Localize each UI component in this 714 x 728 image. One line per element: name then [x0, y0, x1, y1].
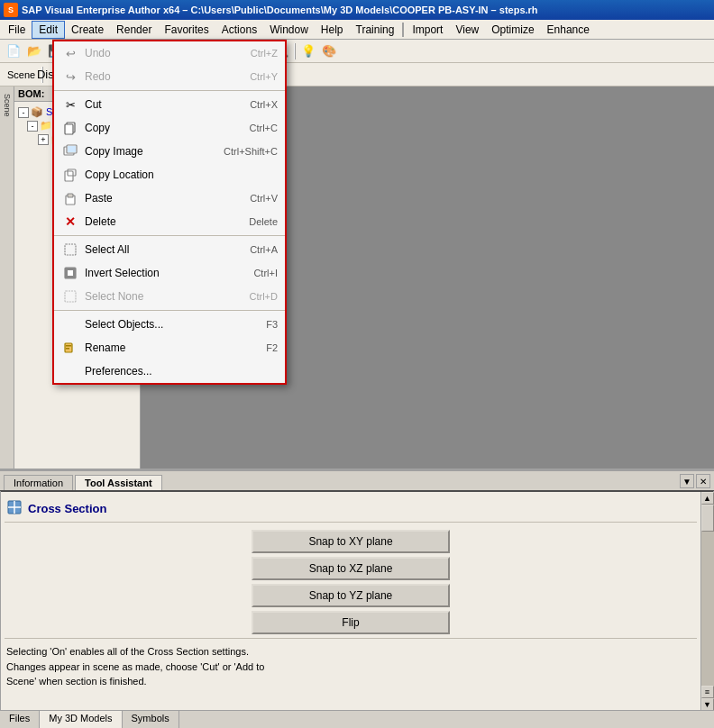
tab-information[interactable]: Information — [4, 475, 73, 490]
snap-xy-btn[interactable]: Snap to XY plane — [252, 530, 450, 553]
scroll-thumb[interactable] — [701, 505, 714, 532]
invert-selection-icon — [61, 264, 79, 282]
scroll-track[interactable] — [701, 505, 714, 686]
material-btn[interactable]: 🎨 — [319, 41, 339, 61]
cut-label: Cut — [85, 98, 243, 111]
menu-favorites[interactable]: Favorites — [158, 22, 215, 38]
select-all-label: Select All — [85, 243, 243, 256]
menu-item-copy-location[interactable]: Copy Location — [54, 163, 285, 187]
bottom-tabs: Information Tool Assistant ▼ ✕ — [0, 470, 714, 490]
menu-item-paste[interactable]: Paste Ctrl+V — [54, 187, 285, 210]
menu-create[interactable]: Create — [65, 22, 110, 38]
select-all-shortcut: Ctrl+A — [250, 244, 278, 255]
open-btn[interactable]: 📂 — [24, 41, 44, 61]
select-objects-label: Select Objects... — [85, 318, 259, 331]
delete-label: Delete — [85, 215, 242, 228]
cut-shortcut: Ctrl+X — [250, 99, 278, 110]
delete-shortcut: Delete — [249, 216, 278, 227]
bottom-content: Cross Section Snap to XY plane Snap to X… — [0, 490, 714, 712]
select-none-icon — [61, 287, 79, 305]
menu-item-cut[interactable]: ✂ Cut Ctrl+X — [54, 93, 285, 116]
title-separator: – — [179, 5, 190, 15]
delete-icon: ✕ — [61, 213, 79, 231]
cross-section-label: Cross Section — [28, 502, 106, 515]
scroll-mid-btn[interactable]: ≡ — [701, 686, 714, 698]
svg-rect-8 — [68, 194, 73, 197]
menu-item-select-none[interactable]: Select None Ctrl+D — [54, 285, 285, 308]
menu-item-delete[interactable]: ✕ Delete Delete — [54, 210, 285, 233]
menu-bar: File Edit Create Render Favorites Action… — [0, 20, 714, 40]
menu-item-invert-selection[interactable]: Invert Selection Ctrl+I — [54, 261, 285, 285]
menu-item-copy-image[interactable]: Copy Image Ctrl+Shift+C — [54, 140, 285, 163]
new-btn[interactable]: 📄 — [4, 41, 23, 61]
bottom-panel: Information Tool Assistant ▼ ✕ Cross Sec… — [0, 469, 714, 710]
title-text: SAP Visual Enterprise Author x64 — [22, 5, 179, 15]
svg-rect-1 — [65, 124, 73, 134]
menu-help[interactable]: Help — [315, 22, 350, 38]
select-objects-icon — [61, 315, 79, 333]
bottom-tab-files[interactable]: Files — [0, 711, 40, 728]
menu-item-undo[interactable]: ↩ Undo Ctrl+Z — [54, 41, 285, 65]
menu-edit[interactable]: Edit — [32, 21, 65, 39]
scrollbar: ▲ ≡ ▼ — [700, 492, 713, 711]
svg-rect-15 — [66, 348, 69, 350]
undo-label: Undo — [85, 47, 243, 59]
tree-expand-2[interactable]: - — [27, 121, 38, 132]
menu-item-redo[interactable]: ↪ Redo Ctrl+Y — [54, 65, 285, 88]
menu-training[interactable]: Training — [350, 22, 401, 38]
cross-section-icon — [6, 499, 23, 518]
tree-expand-1[interactable]: - — [18, 107, 29, 118]
bottom-tab-symbols[interactable]: Symbols — [123, 711, 179, 728]
menu-render[interactable]: Render — [110, 22, 158, 38]
menu-item-select-objects[interactable]: Select Objects... F3 — [54, 313, 285, 336]
select-objects-shortcut: F3 — [266, 319, 278, 330]
tool-assistant-panel: Cross Section Snap to XY plane Snap to X… — [1, 492, 700, 711]
paste-shortcut: Ctrl+V — [250, 193, 278, 204]
invert-selection-shortcut: Ctrl+I — [253, 268, 278, 278]
scene-vertical-label: Scene — [1, 90, 14, 121]
menu-file[interactable]: File — [2, 22, 32, 38]
copy-location-icon — [61, 166, 79, 184]
flip-btn[interactable]: Flip — [252, 611, 450, 634]
menu-item-preferences[interactable]: Preferences... — [54, 359, 285, 383]
app-icon: S — [4, 3, 18, 17]
svg-rect-4 — [68, 146, 76, 152]
light-btn[interactable]: 💡 — [298, 41, 318, 61]
snap-yz-btn[interactable]: Snap to YZ plane — [252, 584, 450, 607]
menu-window[interactable]: Window — [263, 22, 315, 38]
tab-tool-assistant[interactable]: Tool Assistant — [75, 475, 162, 490]
select-none-label: Select None — [85, 290, 243, 303]
bottom-status-text: Selecting 'On' enables all of the Cross … — [5, 638, 697, 695]
tab-close[interactable]: ✕ — [696, 474, 710, 488]
paste-icon — [61, 189, 79, 207]
snap-xz-btn[interactable]: Snap to XZ plane — [252, 557, 450, 580]
scroll-up-btn[interactable]: ▲ — [701, 492, 714, 505]
scene-label: Scene — [4, 69, 39, 80]
sep-3 — [54, 310, 285, 311]
menu-enhance[interactable]: Enhance — [541, 22, 596, 38]
svg-rect-12 — [65, 291, 76, 302]
redo-icon: ↪ — [61, 68, 79, 86]
menu-item-copy[interactable]: Copy Ctrl+C — [54, 116, 285, 140]
title-bar: S SAP Visual Enterprise Author x64 – C:\… — [0, 0, 714, 20]
svg-rect-14 — [66, 345, 71, 347]
sep-1 — [54, 90, 285, 91]
bottom-tab-my-3d-models[interactable]: My 3D Models — [40, 711, 122, 728]
copy-image-icon — [61, 142, 79, 160]
redo-label: Redo — [85, 70, 243, 83]
copy-image-shortcut: Ctrl+Shift+C — [224, 146, 278, 157]
scroll-down-btn[interactable]: ▼ — [701, 698, 714, 711]
menu-import[interactable]: Import — [406, 22, 449, 38]
tool-assistant-header: Cross Section — [5, 496, 697, 523]
menu-actions[interactable]: Actions — [215, 22, 263, 38]
menu-view[interactable]: View — [449, 22, 485, 38]
menu-optimize[interactable]: Optimize — [485, 22, 540, 38]
tab-scroll-left[interactable]: ▼ — [680, 474, 694, 488]
tree-expand-3[interactable]: + — [38, 134, 49, 145]
select-none-shortcut: Ctrl+D — [250, 291, 278, 302]
copy-location-label: Copy Location — [85, 168, 270, 181]
preferences-label: Preferences... — [85, 365, 270, 378]
menu-item-select-all[interactable]: Select All Ctrl+A — [54, 238, 285, 261]
menu-item-rename[interactable]: Rename F2 — [54, 336, 285, 359]
invert-selection-label: Invert Selection — [85, 267, 246, 279]
